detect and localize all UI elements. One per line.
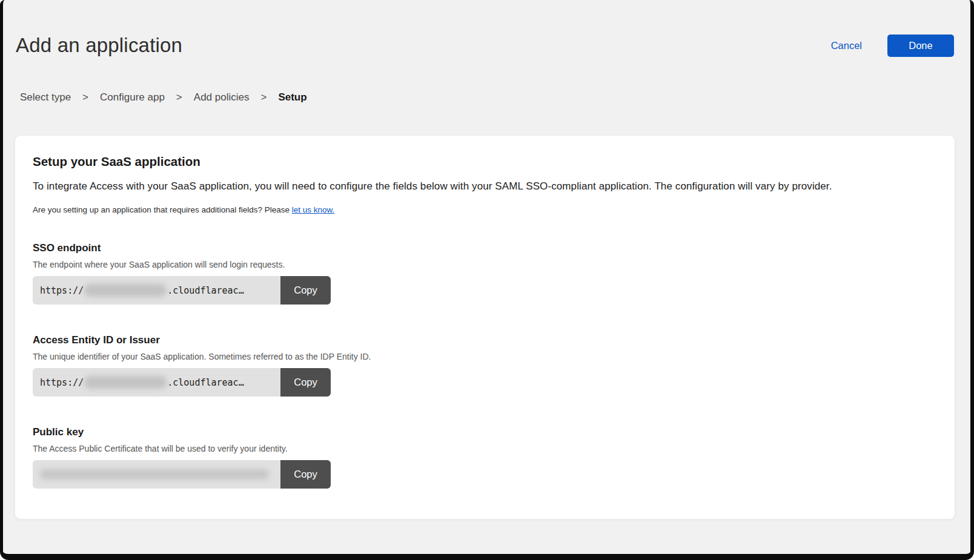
sso-endpoint-value-row: https:// .cloudflareac… Copy (33, 276, 331, 305)
url-suffix: .cloudflareac… (167, 285, 244, 296)
breadcrumb-separator: > (260, 91, 267, 104)
breadcrumb-step-setup: Setup (278, 91, 306, 104)
page-header: Add an application Cancel Done (12, 34, 955, 57)
setup-card: Setup your SaaS application To integrate… (15, 135, 955, 519)
url-prefix: https:// (40, 285, 84, 296)
note-text: Are you setting up an application that r… (33, 205, 292, 214)
card-note: Are you setting up an application that r… (33, 205, 936, 214)
breadcrumb-separator: > (82, 91, 88, 104)
url-suffix: .cloudflareac… (167, 377, 244, 388)
redacted-value (40, 469, 269, 479)
card-heading: Setup your SaaS application (33, 154, 936, 169)
access-entity-id-description: The unique identifier of your SaaS appli… (33, 352, 936, 361)
url-prefix: https:// (40, 377, 84, 388)
breadcrumb-step-configure-app[interactable]: Configure app (100, 91, 165, 104)
sso-endpoint-value: https:// .cloudflareac… (33, 276, 280, 305)
access-entity-id-label: Access Entity ID or Issuer (33, 334, 936, 346)
field-sso-endpoint: SSO endpoint The endpoint where your Saa… (33, 242, 936, 305)
let-us-know-link[interactable]: let us know. (292, 205, 335, 214)
public-key-value (33, 460, 280, 489)
public-key-value-row: Copy (33, 460, 331, 489)
add-application-page: Add an application Cancel Done Select ty… (3, 34, 970, 519)
field-public-key: Public key The Access Public Certificate… (33, 426, 936, 489)
breadcrumb-separator: > (176, 91, 182, 104)
access-entity-id-copy-button[interactable]: Copy (280, 368, 331, 397)
breadcrumb-step-add-policies[interactable]: Add policies (194, 91, 250, 104)
redacted-value (84, 376, 167, 389)
header-actions: Cancel Done (831, 35, 954, 57)
screenshot-frame: Add an application Cancel Done Select ty… (0, 0, 974, 560)
cancel-button[interactable]: Cancel (831, 40, 862, 51)
access-entity-id-value-row: https:// .cloudflareac… Copy (33, 368, 331, 397)
sso-endpoint-label: SSO endpoint (33, 242, 936, 254)
breadcrumb-step-select-type[interactable]: Select type (20, 91, 71, 104)
page-title: Add an application (16, 34, 182, 57)
sso-endpoint-description: The endpoint where your SaaS application… (33, 260, 936, 269)
card-intro-text: To integrate Access with your SaaS appli… (33, 180, 936, 193)
access-entity-id-value: https:// .cloudflareac… (33, 368, 280, 397)
breadcrumb: Select type > Configure app > Add polici… (12, 91, 955, 104)
field-access-entity-id: Access Entity ID or Issuer The unique id… (33, 334, 936, 397)
public-key-label: Public key (33, 426, 936, 438)
done-button[interactable]: Done (887, 35, 954, 57)
redacted-value (84, 284, 167, 297)
public-key-copy-button[interactable]: Copy (280, 460, 331, 489)
sso-endpoint-copy-button[interactable]: Copy (280, 276, 331, 305)
public-key-description: The Access Public Certificate that will … (33, 444, 936, 453)
